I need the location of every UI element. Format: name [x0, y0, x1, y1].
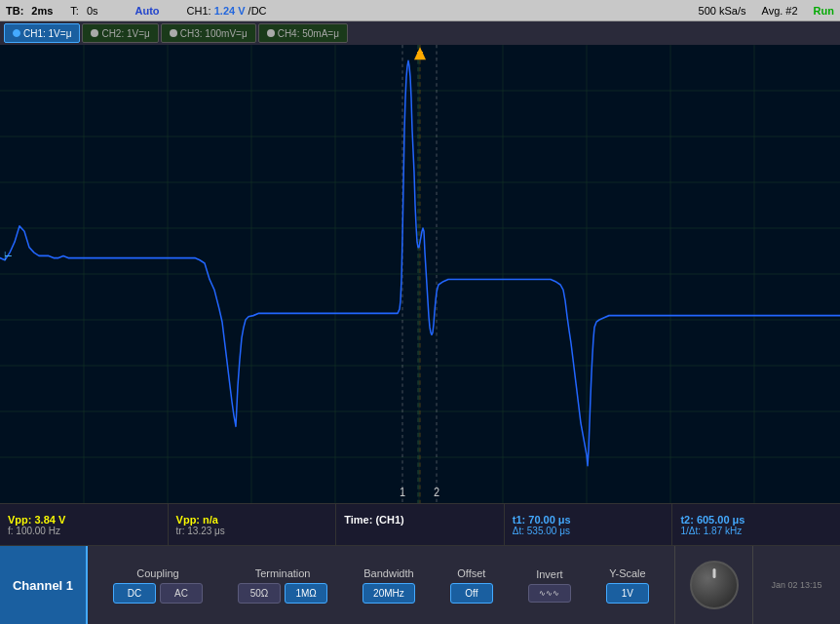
tab-ch2[interactable]: CH2: 1V=μ [82, 23, 158, 43]
yscale-label: Y-Scale [609, 567, 646, 579]
tab-ch3[interactable]: CH3: 100mV=μ [161, 23, 256, 43]
yscale-group: Y-Scale 1V [606, 567, 649, 604]
meas-col-3: Time: (CH1) [336, 504, 505, 545]
datetime-label: Jan 02 13:15 [771, 580, 821, 590]
coupling-buttons: DC AC [113, 583, 203, 604]
status-bar: TB: 2ms T: 0s Auto CH1: 1.24 V /DC 500 k… [0, 0, 840, 21]
freq-ch1: f: 100.00 Hz [8, 526, 160, 536]
channel-tabs: CH1: 1V=μ CH2: 1V=μ CH3: 100mV=μ CH4: 50… [0, 21, 840, 45]
meas-col-5: t2: 605.00 μs 1/Δt: 1.87 kHz [672, 504, 840, 545]
mode-label: Auto [135, 5, 160, 17]
svg-text:T: T [417, 51, 424, 61]
termination-buttons: 50Ω 1MΩ [238, 583, 327, 604]
invert-group: Invert ∿∿∿ [528, 568, 571, 603]
vpp-ch2: Vpp: n/a [176, 514, 328, 526]
run-state: Run [814, 5, 834, 17]
status-right: 500 kSa/s Avg. #2 Run [699, 5, 834, 17]
offset-off-button[interactable]: Off [450, 583, 493, 604]
oscilloscope-main: TB: 2ms T: 0s Auto CH1: 1.24 V /DC 500 k… [0, 0, 840, 624]
coupling-ac-button[interactable]: AC [160, 583, 203, 604]
ch3-dot [170, 29, 177, 37]
ch1-tab-label: CH1: 1V=μ [23, 28, 71, 39]
rotary-knob[interactable] [690, 561, 739, 609]
display-area: T 1 2 ⊢ [0, 45, 840, 503]
termination-label: Termination [255, 567, 311, 579]
bandwidth-label: Bandwidth [363, 567, 413, 579]
svg-text:1: 1 [400, 487, 405, 499]
tb-label: TB: [6, 5, 23, 17]
yscale-1v-button[interactable]: 1V [606, 583, 649, 604]
termination-1m-button[interactable]: 1MΩ [285, 583, 327, 604]
vpp-ch1: Vpp: 3.84 V [8, 514, 160, 526]
ch2-tab-label: CH2: 1V=μ [101, 28, 149, 39]
yscale-buttons: 1V [606, 583, 649, 604]
offset-buttons: Off [450, 583, 493, 604]
t2-val: t2: 605.00 μs [680, 514, 832, 526]
ch1-measurement-label: CH1: 1.24 V /DC [187, 5, 267, 17]
coupling-label: Coupling [136, 567, 178, 579]
avg-label: Avg. #2 [762, 5, 798, 17]
meas-col-2: Vpp: n/a tr: 13.23 μs [169, 504, 337, 545]
delta-t-val: Δt: 535.00 μs [513, 526, 665, 536]
inv-delta-t-val: 1/Δt: 1.87 kHz [680, 526, 832, 536]
ch1-dot [13, 29, 20, 37]
tab-ch4[interactable]: CH4: 50mA=μ [258, 23, 348, 43]
meas-col-1: Vpp: 3.84 V f: 100.00 Hz [0, 504, 169, 545]
tr-ch1: tr: 13.23 μs [176, 526, 328, 536]
time-sub [344, 526, 496, 536]
datetime-area: Jan 02 13:15 [752, 546, 840, 624]
coupling-dc-button[interactable]: DC [113, 583, 156, 604]
termination-50-button[interactable]: 50Ω [238, 583, 281, 604]
svg-text:⊢: ⊢ [4, 251, 13, 261]
ch2-dot [91, 29, 98, 37]
bandwidth-20mhz-button[interactable]: 20MHz [363, 583, 415, 604]
measurement-bar: Vpp: 3.84 V f: 100.00 Hz Vpp: n/a tr: 13… [0, 503, 840, 546]
ch4-dot [267, 29, 275, 37]
t-value: 0s [87, 5, 98, 17]
knob-area [674, 546, 752, 624]
ch4-tab-label: CH4: 50mA=μ [278, 28, 339, 39]
bandwidth-buttons: 20MHz [363, 583, 415, 604]
tb-value: 2ms [31, 5, 53, 17]
offset-group: Offset Off [450, 567, 493, 604]
invert-label: Invert [536, 568, 563, 580]
meas-col-4: t1: 70.00 μs Δt: 535.00 μs [505, 504, 673, 545]
invert-buttons: ∿∿∿ [528, 584, 571, 603]
invert-button[interactable]: ∿∿∿ [528, 584, 571, 603]
t1-val: t1: 70.00 μs [513, 514, 665, 526]
waveform-canvas: T 1 2 ⊢ [0, 45, 840, 503]
bandwidth-group: Bandwidth 20MHz [363, 567, 415, 604]
offset-label: Offset [457, 567, 485, 579]
svg-text:2: 2 [434, 487, 439, 499]
channel-label: Channel 1 [0, 546, 88, 624]
bottom-controls: Channel 1 Coupling DC AC Termination 50Ω… [0, 546, 840, 624]
sample-rate: 500 kSa/s [699, 5, 746, 17]
coupling-group: Coupling DC AC [113, 567, 203, 604]
control-buttons-area: Coupling DC AC Termination 50Ω 1MΩ Bandw… [88, 546, 674, 624]
ch3-tab-label: CH3: 100mV=μ [180, 28, 248, 39]
termination-group: Termination 50Ω 1MΩ [238, 567, 327, 604]
time-label: Time: (CH1) [344, 514, 496, 526]
t-label: T: [70, 5, 79, 17]
tab-ch1[interactable]: CH1: 1V=μ [4, 23, 80, 43]
